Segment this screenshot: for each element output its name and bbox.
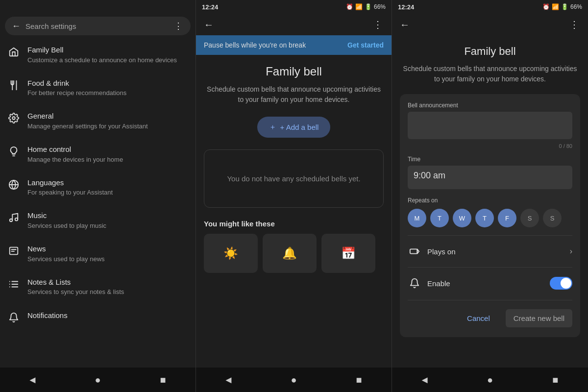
music-title: Music bbox=[27, 211, 106, 220]
day-circle-sun[interactable]: S bbox=[543, 209, 562, 227]
search-bar[interactable]: ← Search settings ⋮ bbox=[5, 17, 191, 35]
news-icon bbox=[8, 245, 20, 257]
you-might-like-title: You might like these bbox=[204, 220, 384, 228]
home-control-info: Home control Manage the devices in your … bbox=[27, 145, 123, 164]
back-arrow-icon[interactable]: ← bbox=[12, 21, 21, 31]
svg-rect-16 bbox=[410, 249, 417, 253]
p2-back-nav[interactable]: ◄ bbox=[219, 374, 239, 386]
home-control-subtitle: Manage the devices in your home bbox=[27, 155, 123, 164]
music-icon bbox=[8, 212, 20, 223]
globe-icon bbox=[8, 179, 20, 191]
recent-nav-icon[interactable]: ■ bbox=[153, 374, 173, 386]
back-nav-icon[interactable]: ◄ bbox=[23, 374, 43, 386]
family-bell-panel: 12:24 ⏰ 📶 🔋 66% ← ⋮ Pause bells while yo… bbox=[196, 0, 392, 392]
day-circle-mon[interactable]: M bbox=[408, 209, 426, 227]
utensils-icon bbox=[8, 79, 20, 91]
home-nav-icon[interactable]: ● bbox=[88, 374, 108, 386]
day-circle-thu[interactable]: T bbox=[475, 209, 494, 227]
sidebar-item-food-drink[interactable]: Food & drink For better recipe recommend… bbox=[0, 72, 196, 105]
nav-bar-2: ◄ ● ■ bbox=[196, 368, 392, 392]
gear-icon bbox=[8, 112, 20, 124]
search-input[interactable]: Search settings bbox=[25, 22, 169, 30]
home-control-title: Home control bbox=[27, 145, 123, 154]
cancel-button[interactable]: Cancel bbox=[459, 309, 498, 327]
enable-toggle[interactable] bbox=[550, 277, 572, 290]
create-new-bell-button[interactable]: Create new bell bbox=[506, 309, 572, 327]
nav-bar-1: ◄ ● ■ bbox=[0, 368, 196, 392]
sidebar-item-notifications[interactable]: Notifications bbox=[0, 304, 196, 330]
svg-point-5 bbox=[10, 219, 13, 222]
sidebar-item-music[interactable]: Music Services used to play music bbox=[0, 204, 196, 237]
p3-recent-nav[interactable]: ■ bbox=[545, 374, 565, 386]
chevron-right-icon: › bbox=[570, 247, 572, 256]
bell-icon bbox=[8, 312, 20, 323]
sidebar-item-news[interactable]: News Services used to play news bbox=[0, 237, 196, 270]
sidebar-item-notes-lists[interactable]: Notes & Lists Services to sync your note… bbox=[0, 270, 196, 304]
svg-point-6 bbox=[15, 218, 18, 221]
p3-back-arrow[interactable]: ← bbox=[400, 19, 410, 30]
day-circle-fri[interactable]: F bbox=[498, 209, 516, 227]
p3-description: Schedule custom bells that announce upco… bbox=[400, 64, 580, 84]
languages-title: Languages bbox=[27, 178, 113, 188]
food-drink-subtitle: For better recipe recommendations bbox=[27, 89, 126, 98]
p2-recent-nav[interactable]: ■ bbox=[349, 374, 369, 386]
get-started-link[interactable]: Get started bbox=[347, 41, 384, 49]
enable-text: Enable bbox=[427, 279, 550, 288]
list-icon bbox=[8, 278, 20, 290]
sidebar-item-general[interactable]: General Manage general settings for your… bbox=[0, 104, 196, 138]
p2-back-arrow[interactable]: ← bbox=[204, 19, 214, 30]
sidebar-item-family-bell[interactable]: Family Bell Customize a schedule to anno… bbox=[0, 38, 196, 72]
time-input[interactable]: 9:00 am bbox=[408, 166, 572, 189]
suggestion-card-2[interactable]: 📅 bbox=[321, 234, 375, 273]
food-drink-title: Food & drink bbox=[27, 78, 126, 88]
p2-description: Schedule custom bells that announce upco… bbox=[204, 84, 384, 105]
bell-announcement-input[interactable] bbox=[408, 112, 572, 139]
clock-2: 12:24 bbox=[202, 3, 218, 11]
banner-text: Pause bells while you're on break bbox=[204, 41, 306, 49]
p3-back-nav[interactable]: ◄ bbox=[415, 374, 435, 386]
day-circle-tue[interactable]: T bbox=[430, 209, 449, 227]
repeats-on-label: Repeats on bbox=[408, 197, 572, 204]
plus-icon: ＋ bbox=[269, 122, 276, 132]
sidebar-item-home-control[interactable]: Home control Manage the devices in your … bbox=[0, 138, 196, 171]
p3-title: Family bell bbox=[400, 45, 580, 58]
panel-3-header: ← ⋮ bbox=[392, 14, 588, 35]
empty-bells-message: You do not have any scheduled bells yet. bbox=[227, 174, 360, 183]
panel-2-header: ← ⋮ bbox=[196, 14, 392, 35]
overflow-menu-icon[interactable]: ⋮ bbox=[174, 21, 184, 31]
family-bell-title: Family Bell bbox=[27, 45, 177, 55]
notes-lists-info: Notes & Lists Services to sync your note… bbox=[27, 277, 124, 297]
enable-bell-icon bbox=[408, 276, 421, 290]
news-info: News Services used to play news bbox=[27, 244, 105, 264]
notes-lists-subtitle: Services to sync your notes & lists bbox=[27, 288, 124, 296]
add-bell-button[interactable]: ＋ + Add a bell bbox=[257, 117, 331, 138]
suggestion-card-1[interactable]: 🔔 bbox=[263, 234, 317, 273]
suggestion-cards: ☀️ 🔔 📅 bbox=[204, 234, 384, 273]
plays-on-icon bbox=[408, 245, 421, 258]
day-circle-sat[interactable]: S bbox=[520, 209, 539, 227]
svg-point-2 bbox=[12, 117, 15, 120]
bell-announcement-label: Bell announcement bbox=[408, 102, 572, 109]
notifications-info: Notifications bbox=[27, 311, 68, 321]
general-title: General bbox=[27, 111, 148, 121]
char-count: 0 / 80 bbox=[408, 143, 572, 149]
p3-home-nav[interactable]: ● bbox=[480, 374, 500, 386]
day-circle-wed[interactable]: W bbox=[453, 209, 471, 227]
form-card: Bell announcement 0 / 80 Time 9:00 am Re… bbox=[400, 94, 580, 337]
suggestion-card-0[interactable]: ☀️ bbox=[204, 234, 258, 273]
p2-title: Family bell bbox=[266, 65, 322, 78]
nav-bar-3: ◄ ● ■ bbox=[392, 368, 588, 392]
p2-home-nav[interactable]: ● bbox=[284, 374, 304, 386]
notes-lists-title: Notes & Lists bbox=[27, 277, 124, 287]
bulb-icon bbox=[8, 146, 20, 157]
p2-overflow-menu[interactable]: ⋮ bbox=[373, 19, 384, 30]
you-might-like-section: You might like these ☀️ 🔔 📅 bbox=[204, 220, 384, 273]
divider-2 bbox=[408, 267, 572, 268]
p3-overflow-menu[interactable]: ⋮ bbox=[569, 19, 580, 30]
enable-row: Enable bbox=[408, 271, 572, 295]
plays-on-row[interactable]: Plays on › bbox=[408, 240, 572, 263]
family-bell-info: Family Bell Customize a schedule to anno… bbox=[27, 45, 177, 65]
panel-3-content: Family bell Schedule custom bells that a… bbox=[392, 35, 588, 368]
sidebar-item-languages[interactable]: Languages For speaking to your Assistant bbox=[0, 171, 196, 204]
home-icon bbox=[8, 46, 20, 58]
